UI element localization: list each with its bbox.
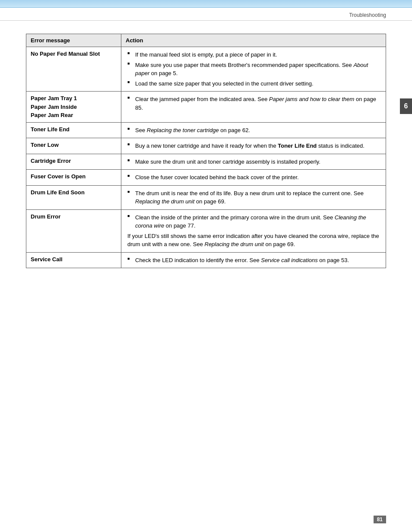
action-item: Make sure the drum unit and toner cartri… (126, 157, 381, 167)
table-row: Toner LowBuy a new toner cartridge and h… (26, 138, 386, 154)
table-row: Service CallCheck the LED indication to … (26, 252, 386, 268)
error-table: Error message Action No Paper Fed Manual… (26, 34, 386, 268)
action-item: See Replacing the toner cartridge on pag… (126, 125, 381, 136)
action-item: If the manual feed slot is empty, put a … (126, 50, 381, 60)
chapter-tab: 6 (400, 98, 412, 114)
table-row: Drum Life End SoonThe drum unit is near … (26, 185, 386, 209)
table-row: Cartridge ErrorMake sure the drum unit a… (26, 154, 386, 170)
header-area: Troubleshooting (0, 8, 412, 21)
table-row: No Paper Fed Manual SlotIf the manual fe… (26, 47, 386, 92)
error-message-cell: Toner Life End (26, 122, 121, 138)
error-message-cell: Paper Jam Tray 1Paper Jam InsidePaper Ja… (26, 92, 121, 123)
action-item: Close the fuser cover located behind the… (126, 172, 381, 183)
error-message-cell: No Paper Fed Manual Slot (26, 47, 121, 92)
action-item: Clean the inside of the printer and the … (126, 212, 381, 231)
action-para-item: If your LED's still shows the same error… (126, 231, 381, 250)
table-row: Fuser Cover is OpenClose the fuser cover… (26, 170, 386, 186)
action-cell: Check the LED indication to identify the… (121, 252, 386, 268)
action-item: The drum unit is near the end of its lif… (126, 188, 381, 207)
table-row: Drum ErrorClean the inside of the printe… (26, 209, 386, 252)
action-cell: Clean the inside of the printer and the … (121, 209, 386, 252)
action-item: Make sure you use paper that meets Broth… (126, 60, 381, 79)
error-message-cell: Drum Life End Soon (26, 185, 121, 209)
error-message-cell: Drum Error (26, 209, 121, 252)
action-cell: The drum unit is near the end of its lif… (121, 185, 386, 209)
error-message-cell: Fuser Cover is Open (26, 170, 121, 186)
action-item: Load the same size paper that you select… (126, 79, 381, 89)
col-action-header: Action (121, 34, 386, 47)
action-cell: Make sure the drum unit and toner cartri… (121, 154, 386, 170)
footer: 81 (374, 516, 386, 523)
main-content: 6 Error message Action No Paper Fed Manu… (0, 21, 412, 277)
action-cell: Close the fuser cover located behind the… (121, 170, 386, 186)
action-cell: If the manual feed slot is empty, put a … (121, 47, 386, 92)
action-cell: Buy a new toner cartridge and have it re… (121, 138, 386, 154)
table-header-row: Error message Action (26, 34, 386, 47)
table-row: Toner Life EndSee Replacing the toner ca… (26, 122, 386, 138)
action-cell: Clear the jammed paper from the indicate… (121, 92, 386, 123)
table-row: Paper Jam Tray 1Paper Jam InsidePaper Ja… (26, 92, 386, 123)
col-error-header: Error message (26, 34, 121, 47)
error-message-cell: Cartridge Error (26, 154, 121, 170)
action-item: Buy a new toner cartridge and have it re… (126, 141, 381, 151)
error-message-cell: Toner Low (26, 138, 121, 154)
action-cell: See Replacing the toner cartridge on pag… (121, 122, 386, 138)
action-item: Clear the jammed paper from the indicate… (126, 94, 381, 113)
section-label: Troubleshooting (349, 12, 386, 18)
error-message-cell: Service Call (26, 252, 121, 268)
top-bar (0, 0, 412, 8)
action-item: Check the LED indication to identify the… (126, 255, 381, 266)
page-number: 81 (374, 516, 386, 523)
